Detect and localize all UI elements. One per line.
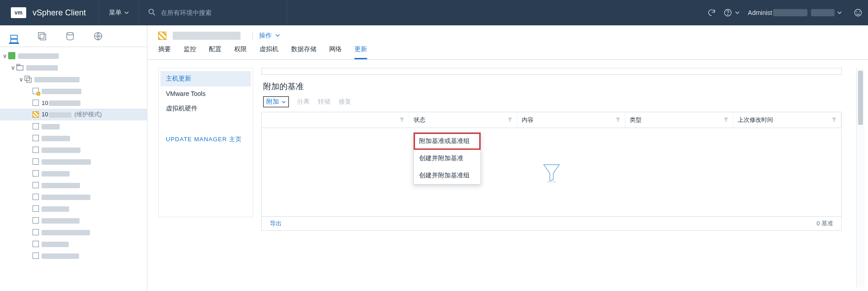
remediate-button[interactable]: 修复 <box>339 98 351 106</box>
global-search[interactable] <box>139 0 287 25</box>
svg-rect-9 <box>38 32 44 38</box>
cluster-icon <box>24 76 32 83</box>
tree-row[interactable]: 10(维护模式) <box>0 109 147 120</box>
tree-row[interactable]: ∨ <box>0 50 147 62</box>
host-icon <box>33 100 39 106</box>
grid-footer: 导出 0 基准 <box>261 217 842 231</box>
baselines-panel: 附加的基准 附加 分离 转储 修复 状态内容类型上次修改时间 <box>261 68 848 287</box>
dropdown-item[interactable]: 附加基准或基准组 <box>414 133 481 150</box>
detach-button[interactable]: 分离 <box>297 98 310 106</box>
tree-row[interactable] <box>0 250 147 262</box>
tree-row[interactable] <box>0 156 147 167</box>
actions-label: 操作 <box>259 32 272 39</box>
column-header[interactable]: 类型 <box>625 112 733 128</box>
tree-row[interactable] <box>0 144 147 156</box>
svg-rect-10 <box>40 34 46 40</box>
app-header: vm vSphere Client 菜单 Administ <box>0 0 868 25</box>
panel-title: 附加的基准 <box>261 81 842 96</box>
filter-icon[interactable] <box>400 117 404 124</box>
tree-row[interactable]: ∨ <box>0 73 147 85</box>
host-icon <box>33 205 39 212</box>
tab-0[interactable]: 摘要 <box>158 45 171 59</box>
tree-row[interactable]: ∨ <box>0 62 147 73</box>
svg-line-1 <box>153 13 155 15</box>
host-icon <box>33 182 39 188</box>
dropdown-item[interactable]: 创建并附加基准 <box>414 150 481 167</box>
column-header[interactable] <box>262 112 409 128</box>
svg-rect-8 <box>11 39 18 43</box>
search-icon <box>147 8 156 18</box>
export-link[interactable]: 导出 <box>270 219 282 228</box>
filter-icon[interactable] <box>724 117 728 124</box>
filter-funnel-icon <box>541 162 562 183</box>
tab-4[interactable]: 虚拟机 <box>259 45 278 59</box>
redacted-text <box>811 9 835 16</box>
tab-hosts-clusters-icon[interactable] <box>9 34 19 44</box>
attach-dropdown-menu: 附加基准或基准组创建并附加基准创建并附加基准组 <box>413 132 481 185</box>
inventory-sidebar: ∨∨∨1010(维护模式) <box>0 25 147 291</box>
filter-icon[interactable] <box>616 117 620 124</box>
tree-row[interactable] <box>0 191 147 203</box>
update-manager-home-link[interactable]: UPDATE MANAGER 主页 <box>160 132 251 147</box>
tab-storage-icon[interactable] <box>65 31 75 41</box>
tree-row[interactable] <box>0 179 147 191</box>
grid-body-empty <box>261 128 842 217</box>
tree-row[interactable] <box>0 132 147 144</box>
tab-7[interactable]: 更新 <box>354 45 367 59</box>
column-header[interactable]: 内容 <box>517 112 625 128</box>
tab-6[interactable]: 网络 <box>329 45 342 59</box>
panel-toolbar: 附加 分离 转储 修复 <box>261 96 842 112</box>
svg-point-11 <box>67 32 74 35</box>
refresh-button[interactable] <box>702 0 722 25</box>
svg-point-5 <box>857 12 857 12</box>
chevron-down-icon <box>837 9 842 16</box>
help-button[interactable] <box>722 0 741 25</box>
column-header[interactable]: 状态 <box>409 112 517 128</box>
vmware-logo: vm <box>11 7 26 18</box>
attach-dropdown-button[interactable]: 附加 <box>263 96 289 107</box>
host-icon <box>33 241 39 247</box>
tree-row[interactable]: 10 <box>0 97 147 109</box>
transfer-button[interactable]: 转储 <box>318 98 330 106</box>
tab-2[interactable]: 配置 <box>209 45 222 59</box>
svg-point-3 <box>728 14 728 15</box>
dropdown-item[interactable]: 创建并附加基准组 <box>414 167 481 184</box>
host-status-icon <box>158 32 166 40</box>
filter-icon[interactable] <box>508 117 512 124</box>
tree-row[interactable] <box>0 120 147 132</box>
tab-5[interactable]: 数据存储 <box>291 45 316 59</box>
chevron-down-icon <box>282 98 286 105</box>
tree-row[interactable] <box>0 215 147 226</box>
side-nav-item[interactable]: 主机更新 <box>160 71 251 86</box>
tree-row[interactable] <box>0 85 147 97</box>
tree-row[interactable] <box>0 203 147 215</box>
svg-rect-14 <box>17 64 20 66</box>
tree-row[interactable] <box>0 167 147 179</box>
actions-menu[interactable]: 操作 <box>252 32 280 40</box>
tree-row[interactable] <box>0 226 147 238</box>
redacted-text <box>773 9 807 16</box>
content-scrollbar[interactable] <box>856 68 864 287</box>
user-menu[interactable]: Administ <box>741 9 848 16</box>
tab-1[interactable]: 监控 <box>184 45 196 59</box>
feedback-button[interactable] <box>848 0 868 25</box>
scrollbar-thumb[interactable] <box>858 71 863 125</box>
tab-vms-templates-icon[interactable] <box>37 31 47 41</box>
tab-3[interactable]: 权限 <box>234 45 247 59</box>
filter-icon[interactable] <box>832 117 836 124</box>
svg-point-17 <box>547 181 556 183</box>
column-header[interactable]: 上次修改时间 <box>733 112 841 128</box>
side-nav-item[interactable]: VMware Tools <box>160 86 251 101</box>
svg-point-6 <box>859 12 860 12</box>
tab-networking-icon[interactable] <box>93 31 103 41</box>
svg-rect-7 <box>11 35 18 38</box>
host-icon <box>33 88 39 94</box>
app-title: vSphere Client <box>33 8 86 18</box>
menu-dropdown[interactable]: 菜单 <box>99 0 139 25</box>
search-input[interactable] <box>161 9 278 16</box>
host-icon <box>33 194 39 200</box>
inventory-tree[interactable]: ∨∨∨1010(维护模式) <box>0 47 147 291</box>
content-tabs: 摘要监控配置权限虚拟机数据存储网络更新 <box>147 40 868 60</box>
tree-row[interactable] <box>0 238 147 250</box>
side-nav-item[interactable]: 虚拟机硬件 <box>160 101 251 116</box>
